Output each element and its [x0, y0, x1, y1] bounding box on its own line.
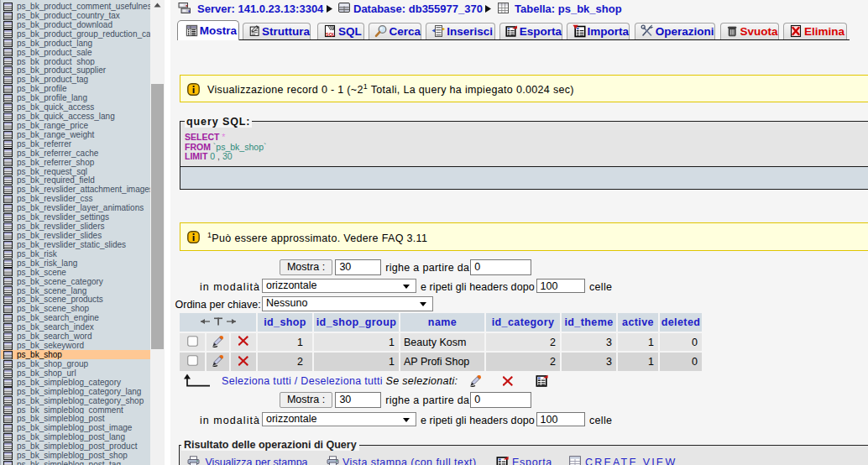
svg-text:SQL: SQL	[326, 32, 336, 37]
